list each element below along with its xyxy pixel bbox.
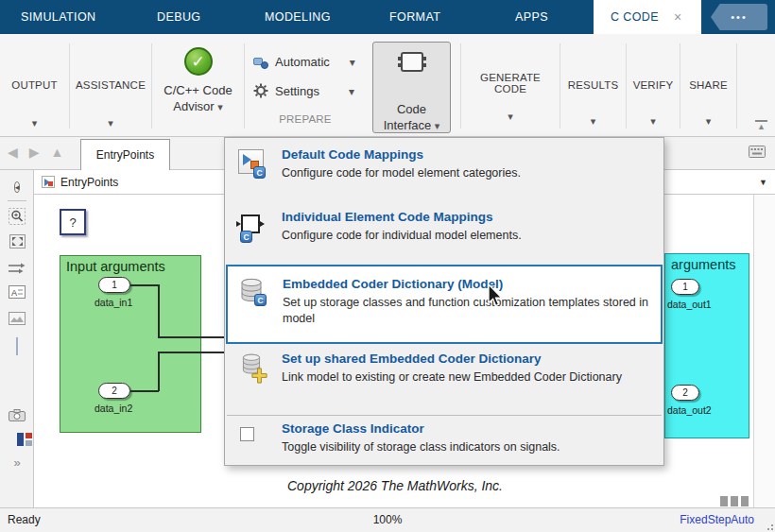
image-icon[interactable] bbox=[0, 312, 34, 329]
assistance-label: ASSISTANCE bbox=[70, 79, 151, 91]
menu-item-description: Configure code for individual model elem… bbox=[282, 228, 658, 244]
output-arguments-title: arguments bbox=[665, 254, 749, 275]
status-zoom-level: 100% bbox=[0, 513, 775, 526]
signal-wire[interactable] bbox=[158, 352, 160, 391]
unknown-block[interactable]: ? bbox=[60, 209, 86, 235]
automatic-dropdown[interactable]: Automatic bbox=[253, 55, 355, 69]
document-tab-entrypoints[interactable]: EntryPoints bbox=[80, 139, 170, 170]
storage-class-indicator-checkbox[interactable] bbox=[240, 427, 254, 441]
tab-simulation[interactable]: SIMULATION bbox=[21, 0, 95, 34]
breadcrumb-model-name[interactable]: EntryPoints bbox=[60, 176, 118, 189]
menu-item-individual-element-code-mappings[interactable]: C Individual Element Code Mappings Confi… bbox=[227, 210, 662, 266]
green-check-icon: ✓ bbox=[184, 47, 213, 76]
back-icon[interactable]: ◀ bbox=[8, 145, 18, 160]
horizontal-scrollbar[interactable] bbox=[720, 496, 749, 506]
canvas-right-gutter bbox=[753, 195, 775, 507]
chevron-down-icon bbox=[461, 107, 560, 124]
outport-1-label: data_out1 bbox=[667, 299, 712, 310]
menu-item-description: Toggle visibility of storage class indic… bbox=[282, 439, 658, 455]
outport-block-1[interactable]: 1 bbox=[671, 279, 699, 295]
fit-to-view-icon[interactable] bbox=[0, 234, 34, 252]
signal-wire[interactable] bbox=[158, 284, 160, 336]
tab-c-code-active[interactable]: C CODE × bbox=[594, 0, 701, 34]
signal-wire[interactable] bbox=[130, 284, 159, 286]
shared-coder-dictionary-icon bbox=[238, 353, 274, 386]
assistance-gallery-button[interactable]: ASSISTANCE bbox=[70, 79, 151, 130]
prepare-group-label: PREPARE bbox=[244, 113, 367, 125]
chevron-down-icon bbox=[627, 112, 680, 129]
close-tab-icon[interactable]: × bbox=[674, 10, 681, 24]
code-interface-dropdown-menu: C Default Code Mappings Configure code f… bbox=[224, 137, 664, 466]
menu-item-default-code-mappings[interactable]: C Default Code Mappings Configure code f… bbox=[227, 147, 662, 204]
tab-apps[interactable]: APPS bbox=[515, 0, 548, 34]
chevron-down-icon bbox=[70, 113, 151, 130]
verify-label: VERIFY bbox=[627, 79, 680, 91]
signal-wire[interactable] bbox=[158, 352, 224, 353]
signal-wire[interactable] bbox=[158, 336, 224, 338]
ribbon: OUTPUT ASSISTANCE ✓ C/C++ Code Advisor A… bbox=[0, 34, 775, 137]
output-label: OUTPUT bbox=[0, 79, 69, 91]
share-label: SHARE bbox=[680, 79, 736, 91]
menu-item-title: Default Code Mappings bbox=[282, 147, 658, 162]
menu-item-shared-embedded-coder-dictionary[interactable]: Set up shared Embedded Coder Dictionary … bbox=[227, 352, 662, 410]
menu-item-description: Configure code for model element categor… bbox=[282, 165, 658, 181]
screenshot-camera-icon[interactable] bbox=[0, 408, 34, 425]
signal-wire[interactable] bbox=[130, 390, 159, 392]
tab-c-code-label: C CODE bbox=[611, 10, 659, 24]
tab-debug[interactable]: DEBUG bbox=[157, 0, 200, 34]
minimize-ribbon-icon[interactable]: ▲ bbox=[755, 120, 767, 130]
code-interface-label-1: Code bbox=[373, 101, 450, 117]
input-arguments-title: Input arguments bbox=[60, 256, 200, 277]
keyboard-icon[interactable] bbox=[749, 146, 766, 158]
toolstrip-overflow-button[interactable]: ••• bbox=[711, 4, 767, 30]
forward-icon[interactable]: ▶ bbox=[29, 145, 40, 160]
menu-item-embedded-coder-dictionary-model[interactable]: C Embedded Coder Dictionary (Model) Set … bbox=[226, 265, 663, 344]
inport-2-label: data_in2 bbox=[95, 403, 132, 414]
generate-code-button[interactable]: GENERATE CODE bbox=[461, 72, 560, 124]
tab-modeling[interactable]: MODELING bbox=[265, 0, 331, 34]
chevron-down-icon bbox=[560, 112, 626, 129]
annotation-icon[interactable]: A bbox=[0, 285, 34, 302]
code-advisor-button[interactable]: ✓ C/C++ Code Advisor bbox=[152, 47, 244, 115]
inport-1-label: data_in1 bbox=[95, 297, 132, 308]
code-advisor-label-1: C/C++ Code bbox=[152, 82, 244, 98]
settings-dropdown[interactable]: Settings bbox=[253, 83, 354, 98]
outport-2-label: data_out2 bbox=[667, 404, 712, 416]
verify-gallery-button[interactable]: VERIFY bbox=[627, 79, 680, 129]
default-code-mappings-icon: C bbox=[238, 149, 274, 181]
resize-grip-icon[interactable] bbox=[764, 521, 773, 530]
hide-explorer-bar-icon[interactable]: ◂ bbox=[0, 177, 34, 195]
menu-separator bbox=[227, 415, 662, 416]
share-gallery-button[interactable]: SHARE bbox=[680, 79, 736, 129]
inport-block-2[interactable]: 2 bbox=[98, 383, 130, 399]
menu-item-storage-class-indicator[interactable]: Storage Class Indicator Toggle visibilit… bbox=[227, 421, 662, 465]
results-gallery-button[interactable]: RESULTS bbox=[560, 79, 626, 129]
tab-format[interactable]: FORMAT bbox=[389, 0, 440, 34]
generate-code-label-2: CODE bbox=[461, 83, 560, 94]
individual-element-code-mappings-icon: C bbox=[238, 212, 274, 244]
chevron-down-icon bbox=[349, 84, 354, 98]
inport-block-1[interactable]: 1 bbox=[98, 277, 130, 293]
code-interface-chip-icon bbox=[397, 50, 427, 75]
simulink-embedded-coder-window: SIMULATION DEBUG MODELING FORMAT APPS C … bbox=[0, 0, 775, 532]
chevron-down-icon[interactable]: ▼ bbox=[759, 178, 767, 187]
code-interface-label-2: Interface bbox=[384, 118, 432, 132]
signal-routing-icon[interactable] bbox=[0, 261, 34, 278]
automatic-icon bbox=[253, 56, 268, 69]
mouse-cursor-icon bbox=[488, 283, 504, 307]
copyright-annotation: Copyright 2026 The MathWorks, Inc. bbox=[34, 478, 756, 493]
up-icon[interactable]: ▲ bbox=[51, 145, 64, 160]
area-box-icon[interactable] bbox=[0, 338, 34, 355]
chevron-down-icon bbox=[435, 118, 440, 132]
code-interface-button[interactable]: Code Interface bbox=[372, 42, 451, 133]
status-solver-link[interactable]: FixedStepAuto bbox=[680, 513, 754, 526]
outport-block-2[interactable]: 2 bbox=[671, 385, 699, 401]
menu-item-title: Embedded Coder Dictionary (Model) bbox=[283, 277, 661, 291]
model-browser-palette: ◂ A » bbox=[0, 170, 34, 507]
zoom-icon[interactable] bbox=[0, 208, 34, 229]
menu-item-title: Storage Class Indicator bbox=[282, 421, 658, 436]
coder-dictionary-icon: C bbox=[238, 278, 274, 310]
plus-icon bbox=[250, 367, 268, 385]
expand-palette-icon[interactable]: » bbox=[0, 455, 34, 470]
output-gallery-button[interactable]: OUTPUT bbox=[0, 79, 69, 130]
